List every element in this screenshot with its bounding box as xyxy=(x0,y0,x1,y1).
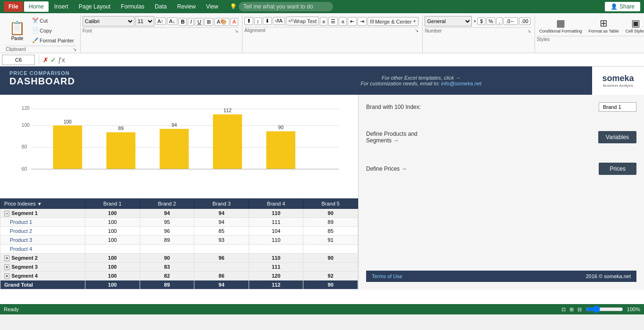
fill-color-button[interactable]: A🎨 xyxy=(214,18,229,26)
cell-styles-button[interactable]: ▣ Cell Styles xyxy=(623,16,644,35)
home-menu[interactable]: Home xyxy=(24,1,49,12)
text-direction-button[interactable]: ↺A xyxy=(273,17,285,25)
comma-button[interactable]: , xyxy=(496,17,502,25)
prices-button[interactable]: Prices xyxy=(599,163,636,175)
decrease-indent-button[interactable]: ⇤ xyxy=(348,17,357,26)
data-cell[interactable]: 110 xyxy=(249,236,303,245)
expand-icon[interactable]: + xyxy=(4,264,9,270)
underline-button[interactable]: U xyxy=(195,18,203,26)
increase-font-button[interactable]: A↑ xyxy=(155,17,166,25)
data-cell[interactable]: 110 xyxy=(249,254,303,263)
formula-input[interactable] xyxy=(67,55,642,65)
review-menu[interactable]: Review xyxy=(172,1,200,12)
data-cell[interactable]: 120 xyxy=(249,272,303,280)
insert-menu[interactable]: Insert xyxy=(50,1,73,12)
variables-button[interactable]: Variables xyxy=(598,131,636,143)
filter-icon[interactable]: ▼ xyxy=(37,201,42,206)
expand-icon[interactable]: + xyxy=(4,256,9,261)
data-cell[interactable]: 90 xyxy=(303,280,358,289)
data-cell[interactable]: 85 xyxy=(303,227,358,236)
data-cell[interactable]: 94 xyxy=(194,209,249,218)
data-cell[interactable]: 100 xyxy=(85,263,140,272)
align-top-button[interactable]: ⬆ xyxy=(244,17,253,25)
data-cell[interactable] xyxy=(194,263,249,272)
align-center-button[interactable]: ☰ xyxy=(328,17,338,26)
font-size-select[interactable]: 11 xyxy=(135,16,154,26)
data-cell[interactable]: 86 xyxy=(194,272,249,280)
data-cell[interactable]: 93 xyxy=(194,236,249,245)
view-normal-icon[interactable]: ⊡ xyxy=(561,306,566,313)
formulas-menu[interactable]: Formulas xyxy=(116,1,149,12)
bold-button[interactable]: B xyxy=(178,18,187,26)
decrease-font-button[interactable]: A↓ xyxy=(167,17,178,25)
data-cell[interactable]: 89 xyxy=(303,218,358,227)
expand-icon[interactable]: + xyxy=(4,273,9,279)
data-cell[interactable]: 90 xyxy=(140,254,194,263)
data-cell[interactable]: 100 xyxy=(85,227,140,236)
data-cell[interactable] xyxy=(303,263,358,272)
conditional-formatting-button[interactable]: ▦ Conditional Formatting xyxy=(537,16,585,35)
align-bottom-button[interactable]: ⬇ xyxy=(263,17,272,25)
file-menu[interactable]: File xyxy=(4,1,23,12)
data-cell[interactable] xyxy=(194,245,249,254)
brand-index-input[interactable] xyxy=(599,102,636,112)
font-color-button[interactable]: A xyxy=(230,18,238,26)
insert-function-icon[interactable]: ƒx xyxy=(58,56,65,64)
data-cell[interactable]: 90 xyxy=(303,209,358,218)
zoom-slider[interactable] xyxy=(585,305,623,313)
terms-link[interactable]: Terms of Use xyxy=(372,273,402,279)
align-middle-button[interactable]: ↕ xyxy=(254,17,262,25)
expand-icon[interactable]: − xyxy=(4,211,9,216)
expand-alignment-icon[interactable]: ↘ xyxy=(415,28,418,33)
share-button[interactable]: 👤 Share xyxy=(605,2,640,11)
data-cell[interactable]: 96 xyxy=(140,227,194,236)
email-link[interactable]: info@someka.net xyxy=(441,81,482,86)
data-cell[interactable]: 92 xyxy=(303,272,358,280)
data-cell[interactable]: 82 xyxy=(140,272,194,280)
cell-reference-input[interactable] xyxy=(2,55,35,65)
data-cell[interactable]: 95 xyxy=(140,218,194,227)
increase-decimal-button[interactable]: .00 xyxy=(519,17,531,25)
expand-number-icon[interactable]: ↘ xyxy=(527,28,531,33)
view-layout-icon[interactable]: ⊞ xyxy=(569,306,574,313)
data-cell[interactable]: 91 xyxy=(303,236,358,245)
data-cell[interactable]: 111 xyxy=(249,263,303,272)
data-cell[interactable] xyxy=(140,245,194,254)
italic-button[interactable]: I xyxy=(188,18,194,26)
data-cell[interactable]: 89 xyxy=(140,236,194,245)
view-menu[interactable]: View xyxy=(201,1,223,12)
data-cell[interactable]: 94 xyxy=(194,280,249,289)
data-cell[interactable]: 100 xyxy=(85,218,140,227)
font-family-select[interactable]: Calibri xyxy=(83,16,134,26)
wrap-text-button[interactable]: ⏎ Wrap Text xyxy=(286,16,319,25)
data-cell[interactable]: 112 xyxy=(249,280,303,289)
tell-me-input[interactable] xyxy=(239,2,333,11)
data-cell[interactable]: 90 xyxy=(303,254,358,263)
data-cell[interactable]: 85 xyxy=(194,227,249,236)
paste-button[interactable]: 📋 Paste xyxy=(6,18,29,43)
data-menu[interactable]: Data xyxy=(150,1,171,12)
align-left-button[interactable]: ≡ xyxy=(320,17,327,26)
data-cell[interactable]: 100 xyxy=(85,209,140,218)
data-cell[interactable] xyxy=(303,245,358,254)
confirm-formula-icon[interactable]: ✓ xyxy=(50,56,56,64)
data-cell[interactable]: 104 xyxy=(249,227,303,236)
view-page-break-icon[interactable]: ⊟ xyxy=(577,306,582,313)
currency-button[interactable]: $ xyxy=(477,17,485,25)
format-as-table-button[interactable]: ⊞ Format as Table xyxy=(586,16,621,35)
cancel-formula-icon[interactable]: ✗ xyxy=(43,56,49,64)
merge-center-button[interactable]: ⊟ Merge & Center ▼ xyxy=(368,17,419,26)
increase-indent-button[interactable]: ⇥ xyxy=(358,17,367,26)
expand-clipboard-icon[interactable]: ↘ xyxy=(73,47,76,52)
percent-button[interactable]: % xyxy=(486,17,496,25)
cut-button[interactable]: ✂️ Cut xyxy=(30,16,76,25)
data-cell[interactable] xyxy=(85,245,140,254)
data-cell[interactable]: 94 xyxy=(140,209,194,218)
data-cell[interactable]: 100 xyxy=(85,254,140,263)
data-cell[interactable]: 89 xyxy=(140,280,194,289)
page-layout-menu[interactable]: Page Layout xyxy=(74,1,115,12)
number-format-select[interactable]: General xyxy=(425,16,472,26)
data-cell[interactable]: 96 xyxy=(194,254,249,263)
data-cell[interactable] xyxy=(249,245,303,254)
copy-button[interactable]: 📄 Copy xyxy=(30,26,76,35)
